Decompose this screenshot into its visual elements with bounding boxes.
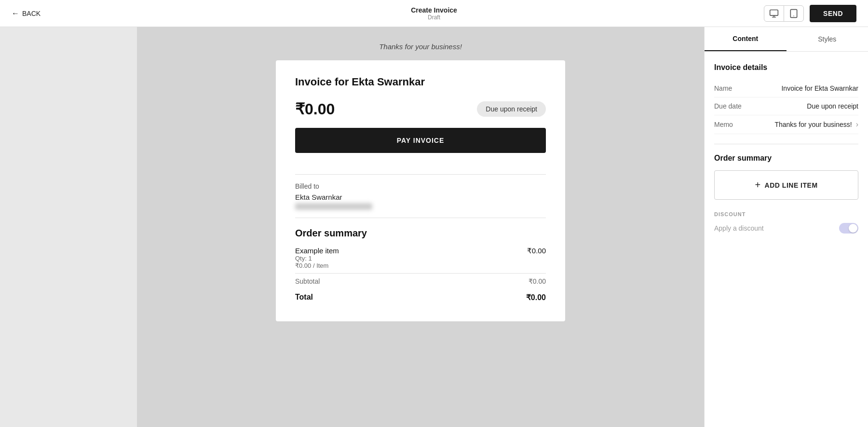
line-item-details: Example item Qty: 1 ₹0.00 / Item xyxy=(295,247,339,269)
back-arrow-icon: ← xyxy=(12,9,19,18)
page-subtitle: Draft xyxy=(411,14,457,21)
top-bar-left: ← BACK xyxy=(12,9,41,18)
main-content: Thanks for your business! Invoice for Ek… xyxy=(0,27,868,427)
memo-label: Memo xyxy=(714,121,733,128)
preview-thanks-text: Thanks for your business! xyxy=(379,42,462,51)
chevron-right-icon: › xyxy=(856,120,858,129)
billed-email-blurred xyxy=(295,203,372,210)
send-button[interactable]: SEND xyxy=(810,5,856,22)
svg-rect-3 xyxy=(790,9,797,17)
card-divider-1 xyxy=(295,174,546,175)
due-date-label: Due date xyxy=(714,102,742,110)
detail-row-due-date[interactable]: Due date Due upon receipt xyxy=(714,97,858,115)
total-row: Total ₹0.00 xyxy=(295,289,546,306)
left-panel xyxy=(0,27,137,427)
invoice-title: Invoice for Ekta Swarnkar xyxy=(295,76,546,88)
due-date-value: Due upon receipt xyxy=(807,102,858,110)
item-qty: Qty: 1 xyxy=(295,255,339,262)
apply-discount-toggle[interactable] xyxy=(839,223,858,234)
invoice-card: Invoice for Ekta Swarnkar ₹0.00 Due upon… xyxy=(276,60,565,321)
add-line-item-label: ADD LINE ITEM xyxy=(765,181,818,189)
section-divider xyxy=(714,144,858,144)
detail-row-memo[interactable]: Memo Thanks for your business! › xyxy=(714,115,858,134)
memo-value: Thanks for your business! xyxy=(774,121,852,128)
top-bar-center: Create Invoice Draft xyxy=(411,6,457,21)
tab-content[interactable]: Content xyxy=(705,27,787,51)
view-toggle xyxy=(764,5,804,22)
subtotal-amount: ₹0.00 xyxy=(529,277,546,285)
total-amount: ₹0.00 xyxy=(526,293,546,302)
preview-area: Thanks for your business! Invoice for Ek… xyxy=(137,27,704,427)
order-summary-heading: Order summary xyxy=(714,154,858,163)
panel-body: Invoice details Name Invoice for Ekta Sw… xyxy=(705,52,868,427)
order-summary-section: Order summary + ADD LINE ITEM xyxy=(714,154,858,200)
discount-row: Apply a discount xyxy=(714,223,858,234)
order-summary-title: Order summary xyxy=(295,228,546,239)
billed-name: Ekta Swarnkar xyxy=(295,193,546,201)
detail-row-name[interactable]: Name Invoice for Ekta Swarnkar xyxy=(714,80,858,97)
due-badge: Due upon receipt xyxy=(477,101,546,117)
discount-section-label: DISCOUNT xyxy=(714,211,858,217)
invoice-amount: ₹0.00 xyxy=(295,100,335,118)
card-divider-2 xyxy=(295,218,546,218)
page-title: Create Invoice xyxy=(411,6,457,14)
panel-tabs: Content Styles xyxy=(705,27,868,52)
billed-to-label: Billed to xyxy=(295,182,546,190)
apply-discount-label: Apply a discount xyxy=(714,224,764,232)
tablet-view-button[interactable] xyxy=(784,6,803,21)
line-item-row: Example item Qty: 1 ₹0.00 / Item ₹0.00 xyxy=(295,247,546,269)
item-price: ₹0.00 / Item xyxy=(295,262,339,269)
top-bar-right: SEND xyxy=(764,5,856,22)
back-label: BACK xyxy=(22,10,41,17)
discount-section: DISCOUNT Apply a discount xyxy=(714,211,858,234)
line-item-amount: ₹0.00 xyxy=(527,247,546,255)
pay-invoice-button[interactable]: PAY INVOICE xyxy=(295,128,546,153)
top-bar: ← BACK Create Invoice Draft SEND xyxy=(0,0,868,27)
toggle-knob xyxy=(849,224,857,233)
subtotal-row: Subtotal ₹0.00 xyxy=(295,273,546,289)
add-line-item-button[interactable]: + ADD LINE ITEM xyxy=(714,170,858,200)
total-label: Total xyxy=(295,293,313,302)
name-value: Invoice for Ekta Swarnkar xyxy=(781,84,858,92)
monitor-icon xyxy=(769,9,779,18)
name-label: Name xyxy=(714,84,732,92)
invoice-details-heading: Invoice details xyxy=(714,63,858,72)
tab-styles[interactable]: Styles xyxy=(787,27,868,51)
subtotal-label: Subtotal xyxy=(295,277,320,285)
desktop-view-button[interactable] xyxy=(764,6,784,21)
plus-icon: + xyxy=(755,179,760,191)
item-name: Example item xyxy=(295,247,339,255)
invoice-amount-row: ₹0.00 Due upon receipt xyxy=(295,100,546,118)
svg-rect-0 xyxy=(770,10,778,15)
memo-value-with-arrow: Thanks for your business! › xyxy=(774,120,858,129)
back-button[interactable]: ← BACK xyxy=(12,9,41,18)
right-panel: Content Styles Invoice details Name Invo… xyxy=(704,27,868,427)
tablet-icon xyxy=(789,9,799,18)
